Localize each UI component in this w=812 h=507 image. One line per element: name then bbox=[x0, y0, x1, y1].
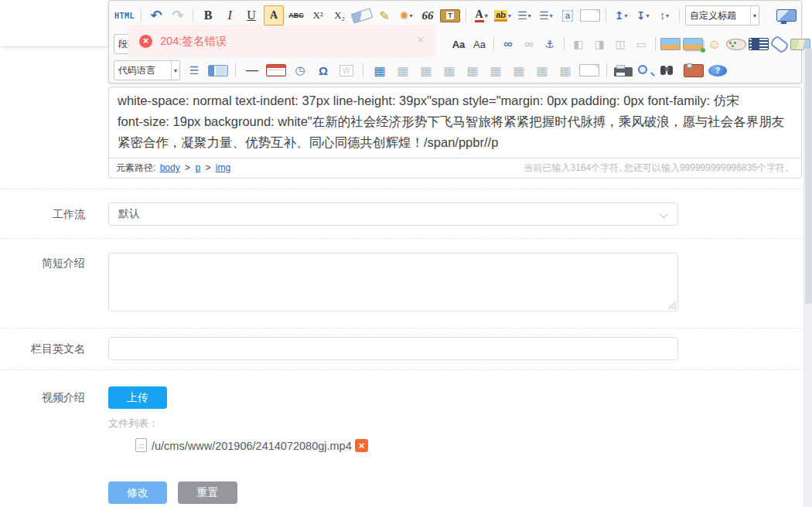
fullscreen-icon[interactable] bbox=[776, 9, 797, 22]
insert-table-icon[interactable]: ▦ bbox=[370, 61, 389, 80]
html-source-button[interactable]: HTML bbox=[114, 6, 135, 25]
split-row-icon[interactable]: ▦ bbox=[510, 61, 528, 80]
dropdown-arrow-icon: ▾ bbox=[550, 12, 553, 19]
custom-title-select[interactable]: 自定义标题▾ bbox=[685, 5, 759, 26]
float-left-icon-glyph: ◧ bbox=[573, 38, 583, 50]
insert-date-icon[interactable] bbox=[266, 64, 286, 77]
template-icon[interactable] bbox=[684, 64, 704, 77]
font-border-icon[interactable]: A bbox=[264, 5, 284, 26]
superscript-icon[interactable]: X² bbox=[309, 6, 327, 25]
strikethrough-icon[interactable]: ABC bbox=[287, 6, 305, 25]
editor-status-bar: 元素路径: body > p > img 当前已输入3164个字符, 您还可以输… bbox=[109, 158, 801, 178]
merge-right-icon[interactable]: ▦ bbox=[463, 61, 482, 80]
table-title-row-icon-glyph: ▦ bbox=[420, 63, 432, 78]
delete-table-icon[interactable]: ▦ bbox=[394, 61, 412, 80]
toolbar-separator bbox=[363, 63, 363, 77]
upload-button[interactable]: 上传 bbox=[108, 386, 167, 409]
auto-typeset-icon[interactable]: ✺▾ bbox=[397, 6, 415, 25]
superscript-icon-glyph: X² bbox=[312, 9, 322, 22]
custom-title-select-value: 自定义标题 bbox=[686, 9, 740, 22]
line-height-icon[interactable]: ↕▾ bbox=[655, 6, 674, 25]
undo-icon[interactable]: ↶ bbox=[147, 6, 165, 25]
help-icon[interactable]: ? bbox=[708, 65, 727, 77]
lowercase-icon[interactable]: Aa bbox=[470, 35, 489, 53]
underline-icon[interactable]: U bbox=[242, 6, 261, 25]
path-link-body[interactable]: body bbox=[160, 162, 180, 173]
workflow-select[interactable]: 默认 bbox=[108, 202, 678, 226]
emotion-icon[interactable]: ☺ bbox=[705, 35, 724, 53]
uppercase-icon[interactable]: Aa bbox=[449, 35, 468, 53]
toast-close-icon[interactable]: × bbox=[417, 33, 425, 46]
new-page-icon[interactable] bbox=[580, 9, 600, 22]
blockquote-icon[interactable]: 66 bbox=[418, 6, 437, 25]
code-language-select[interactable]: 代码语言▾ bbox=[114, 60, 180, 80]
float-right-icon[interactable]: ◨ bbox=[590, 35, 609, 53]
table-title-col-icon[interactable]: ▦ bbox=[440, 61, 459, 80]
file-list-label: 文件列表： bbox=[108, 417, 159, 430]
highlight-color-icon[interactable]: ab▾ bbox=[493, 6, 512, 25]
lowercase-icon-glyph: Aa bbox=[473, 39, 486, 50]
float-left-icon[interactable]: ◧ bbox=[569, 35, 588, 53]
preview-icon[interactable] bbox=[637, 64, 656, 77]
image-center-icon[interactable]: ◫ bbox=[611, 35, 629, 53]
paragraph-space-after-icon[interactable]: ↧▾ bbox=[633, 6, 652, 25]
submit-button[interactable]: 修改 bbox=[108, 481, 167, 504]
page-scrollbar[interactable] bbox=[803, 49, 812, 507]
format-brush-icon[interactable]: ✎ bbox=[375, 6, 394, 25]
paste-filter-icon[interactable]: T bbox=[440, 9, 460, 22]
insert-time-icon-glyph: ◷ bbox=[295, 63, 305, 77]
select-all-icon[interactable]: a bbox=[558, 6, 577, 25]
split-col-icon[interactable]: ▦ bbox=[533, 61, 551, 80]
reset-button[interactable]: 重置 bbox=[178, 481, 237, 504]
redo-icon-glyph: ↷ bbox=[172, 7, 184, 24]
insert-video-icon[interactable] bbox=[749, 38, 769, 50]
merge-down-icon[interactable]: ▦ bbox=[486, 61, 505, 80]
format-clear-icon[interactable] bbox=[351, 8, 374, 23]
path-separator: > bbox=[185, 162, 190, 173]
link-icon[interactable]: ∞ bbox=[499, 35, 517, 53]
scrawl-icon[interactable] bbox=[726, 39, 746, 50]
horizontal-rule-icon[interactable]: — bbox=[243, 61, 261, 80]
intro-textarea[interactable] bbox=[108, 253, 678, 311]
image-gallery-icon[interactable] bbox=[683, 38, 703, 50]
table-title-row-icon[interactable]: ▦ bbox=[417, 61, 435, 80]
italic-icon[interactable]: I bbox=[220, 6, 239, 25]
editor-content-area[interactable]: white-space: normal text-indent: 37px li… bbox=[108, 87, 802, 179]
subscript-icon[interactable]: X₂ bbox=[330, 6, 349, 25]
toolbar-separator bbox=[141, 9, 142, 22]
insert-code-icon[interactable]: ☰ bbox=[185, 61, 203, 80]
page: HTML↶↷BIUAABCX²X₂✎✺▾66TA▾ab▾☰▾☰▾a↥▾↧▾↕▾自… bbox=[0, 0, 812, 507]
line-height-icon-glyph: ↕ bbox=[660, 9, 665, 22]
emotion-icon-glyph: ☺ bbox=[708, 38, 721, 51]
insert-table-icon-glyph: ▦ bbox=[374, 63, 385, 78]
scrollbar-thumb[interactable] bbox=[805, 49, 812, 304]
ordered-list-icon[interactable]: ☰▾ bbox=[515, 6, 534, 25]
split-cell-icon[interactable]: ▦ bbox=[556, 61, 575, 80]
unordered-list-icon[interactable]: ☰▾ bbox=[537, 6, 555, 25]
bold-icon[interactable]: B bbox=[199, 6, 217, 25]
table-background-icon[interactable] bbox=[579, 64, 599, 77]
column-layout-icon[interactable] bbox=[208, 65, 228, 77]
path-link-p[interactable]: p bbox=[195, 162, 200, 173]
toolbar-separator bbox=[679, 9, 680, 22]
word-import-icon[interactable]: W bbox=[337, 61, 356, 80]
insert-image-icon[interactable] bbox=[660, 38, 681, 50]
file-delete-icon[interactable]: × bbox=[355, 439, 368, 452]
dropdown-arrow-icon: ▾ bbox=[750, 6, 759, 25]
row-divider bbox=[0, 238, 804, 239]
image-block-icon[interactable]: ▭ bbox=[632, 35, 650, 53]
redo-icon[interactable]: ↷ bbox=[169, 6, 187, 25]
code-language-select-value: 代码语言 bbox=[114, 64, 159, 77]
print-icon[interactable] bbox=[614, 67, 633, 77]
unlink-icon-glyph: ∞ bbox=[524, 37, 533, 51]
path-link-img[interactable]: img bbox=[216, 162, 230, 173]
paragraph-space-before-icon[interactable]: ↥▾ bbox=[612, 6, 630, 25]
insert-time-icon[interactable]: ◷ bbox=[291, 61, 309, 80]
english-name-input[interactable] bbox=[108, 337, 678, 360]
search-replace-icon[interactable] bbox=[660, 66, 679, 75]
unlink-icon[interactable]: ∞ bbox=[520, 35, 538, 53]
attachment-icon[interactable] bbox=[769, 34, 790, 53]
special-char-icon[interactable]: Ω bbox=[314, 61, 333, 80]
anchor-icon[interactable]: ⚓ bbox=[541, 35, 559, 53]
font-color-icon[interactable]: A▾ bbox=[472, 6, 490, 25]
